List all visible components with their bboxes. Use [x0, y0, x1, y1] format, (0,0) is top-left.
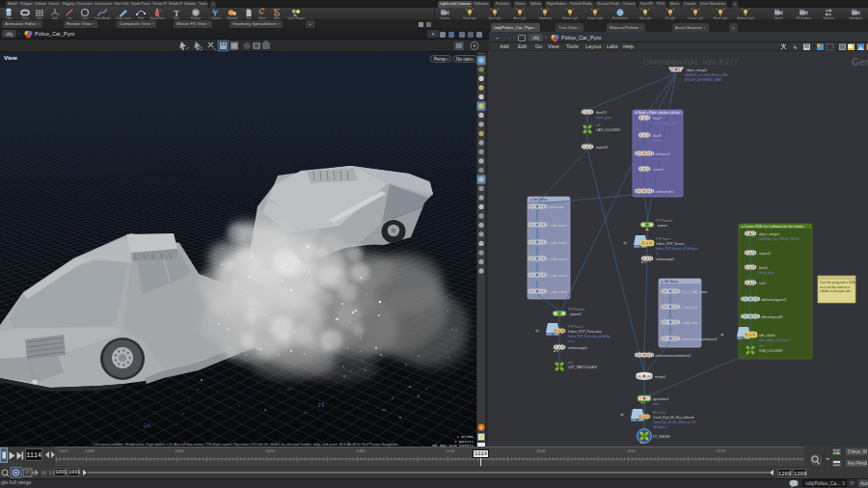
svg-text:blast7: blast7: [653, 117, 662, 121]
svg-text:plastic_glass: plastic_glass: [759, 271, 775, 275]
svg-text:Debris_POP_Source: Debris_POP_Source: [656, 242, 685, 246]
svg-text:▾: ▾: [447, 57, 448, 62]
svg-text:Geome: Geome: [852, 56, 868, 68]
svg-text:selection: selection: [653, 139, 664, 143]
svg-text:▸ Create VDB Car Collisions fo: ▸ Create VDB Car Collisions for the smok…: [742, 225, 803, 229]
svg-text:collider in the pyro sim.: collider in the pyro sim.: [820, 289, 852, 293]
svg-text:▸ Set Noise: ▸ Set Noise: [662, 280, 678, 284]
svg-text:OUT_PARTICULATE: OUT_PARTICULATE: [568, 366, 597, 369]
svg-text:VDB_COLLIDER: VDB_COLLIDER: [759, 349, 783, 353]
svg-text:2 points: 2 points: [454, 440, 475, 444]
svg-text:POP Source: POP Source: [656, 237, 671, 241]
svg-text:▾: ▾: [472, 57, 474, 62]
svg-text:c_add_noise: c_add_noise: [681, 306, 698, 310]
svg-text:c_add_noise2: c_add_noise2: [548, 241, 567, 245]
svg-text:1104: 1104: [446, 448, 455, 453]
svg-text:UT_SMOKE: UT_SMOKE: [653, 435, 670, 439]
svg-text:1152: 1152: [627, 448, 637, 453]
svg-text:CONFIDENTIAL H20.5.277: CONFIDENTIAL H20.5.277: [643, 58, 739, 67]
svg-text:-2.6: -2.6: [143, 423, 150, 428]
svg-text:vdbfrompolygons2: vdbfrompolygons2: [761, 298, 786, 302]
svg-text:null: null: [759, 344, 764, 348]
svg-text:No cam: No cam: [456, 57, 472, 62]
svg-text:vdb_collider: vdb_collider: [759, 334, 776, 338]
svg-text:blast4: blast4: [759, 266, 768, 270]
svg-text:c_add_noise1: c_add_noise1: [548, 224, 567, 228]
svg-text:POP Source: POP Source: [568, 325, 583, 329]
svg-text:object_merge1: object_merge1: [759, 232, 779, 236]
svg-text:c_add_noise: c_add_noise: [681, 321, 698, 325]
svg-text:2 prims: 2 prims: [456, 435, 474, 439]
svg-text:c_add_noise3: c_add_noise3: [548, 258, 567, 261]
svg-text:CAR_COLLIDER: CAR_COLLIDER: [596, 128, 620, 132]
svg-text:1008: 1008: [85, 448, 95, 453]
svg-text:Debris_POP_Particulate: Debris_POP_Particulate: [568, 330, 602, 334]
svg-text:Debris_POP_Source_v12.bfrl.bge: Debris_POP_Source_v12.bfrl.bgeo: [656, 247, 698, 251]
svg-text:null: null: [568, 361, 573, 365]
svg-text:eo.sc: eo.sc: [568, 339, 575, 343]
svg-text:attribpaint1: attribpaint1: [655, 152, 670, 156]
svg-text:plastic_glass: plastic_glass: [596, 116, 612, 120]
svg-text:attribarrange2: attribarrange2: [568, 346, 587, 350]
svg-text:↳: ↳: [793, 44, 798, 50]
svg-text:2.6: 2.6: [318, 403, 325, 408]
svg-text:vdbreshapesdf1: vdbreshapesdf1: [761, 315, 783, 319]
svg-text:1056: 1056: [265, 448, 275, 453]
svg-text:50,992,916 voxels: 50,992,916 voxels: [432, 444, 474, 447]
svg-text:object_merge2: object_merge2: [687, 68, 707, 72]
svg-text:popnet: popnet: [658, 224, 667, 228]
svg-text:Persp: Persp: [434, 57, 446, 62]
svg-text:unpack3: unpack3: [596, 146, 608, 149]
svg-text:merge4: merge4: [655, 375, 665, 379]
svg-text:Left mouse tumbles, Middle pan: Left mouse tumbles, Middle pans, Right d…: [94, 443, 399, 447]
svg-text:1001: 1001: [59, 448, 68, 453]
svg-text:1032: 1032: [175, 448, 184, 453]
svg-text:/obj/Police_Car_Px/Px/R_PROXY: /obj/Police_Car_Px/Px/R_PROXY: [759, 237, 800, 241]
svg-text:c_add_noise5: c_add_noise5: [548, 290, 567, 294]
svg-text:Turn the proxy into a VDB: Turn the proxy into a VDB: [820, 281, 855, 285]
svg-text:1176: 1176: [717, 448, 726, 453]
svg-text:View: View: [4, 55, 17, 61]
svg-text:1128: 1128: [536, 448, 546, 453]
svg-text:vdb_collider_v1.0.bgeo.sc: vdb_collider_v1.0.bgeo.sc: [759, 339, 791, 342]
svg-text:File Cache: File Cache: [653, 411, 666, 415]
svg-text:▸ Set Noise: ▸ Set Noise: [530, 198, 547, 202]
svg-text:density: density: [653, 157, 662, 161]
svg-text:pyrosolver2: pyrosolver2: [653, 397, 669, 401]
svg-text:Crash_Pyro_Hi_Res_Reduced_v13: Crash_Pyro_Hi_Res_Reduced_v13: [653, 420, 696, 424]
svg-text:1080: 1080: [356, 448, 366, 453]
svg-text:scatter1: scatter1: [653, 168, 665, 172]
svg-text:.bfrl.bgeo.sc: .bfrl.bgeo.sc: [653, 425, 668, 429]
svg-text:blast13: blast13: [596, 111, 607, 115]
svg-text:Crash_Pyro_Hi_Res_reduced: Crash_Pyro_Hi_Res_reduced: [653, 416, 694, 420]
svg-text:volumerasterizeattributes2: volumerasterizeattributes2: [655, 354, 692, 358]
svg-text:POP Network: POP Network: [656, 219, 672, 223]
svg-text:Debris_POP_Particulate_v6.bfrl: Debris_POP_Particulate_v6.bfrl.bg: [568, 335, 610, 339]
svg-text:blast / *plastic_glass*: blast / *plastic_glass*: [653, 122, 679, 125]
svg-text:attribnoise1: attribnoise1: [548, 205, 564, 209]
svg-text:unpack2: unpack2: [759, 252, 771, 256]
svg-text:c_add_noise4: c_add_noise4: [548, 274, 567, 278]
svg-text:buler: buler: [653, 402, 659, 406]
svg-text:volumerasterizeattributes3: volumerasterizeattributes3: [681, 338, 718, 341]
svg-text:blast8: blast8: [653, 134, 662, 138]
svg-text:attribtransfer1: attribtransfer1: [655, 190, 674, 194]
svg-text:BOLT/LP_DEFORMED_CARS: BOLT/LP_DEFORMED_CARS: [685, 78, 721, 82]
svg-text:/obj/Police_Car_Pyro_Process_R: /obj/Police_Car_Pyro_Process_Ren: [685, 73, 728, 77]
svg-text:null: null: [596, 123, 601, 127]
svg-text:attribarange1: attribarange1: [656, 258, 674, 261]
svg-text:POP Network: POP Network: [568, 308, 584, 312]
svg-text:popnet2: popnet2: [570, 312, 582, 316]
svg-text:trail1: trail1: [759, 282, 766, 285]
svg-text:lif_1_2_UAC_noise: lif_1_2_UAC_noise: [681, 290, 708, 294]
svg-text:so it can be used as a: so it can be used as a: [820, 285, 850, 289]
